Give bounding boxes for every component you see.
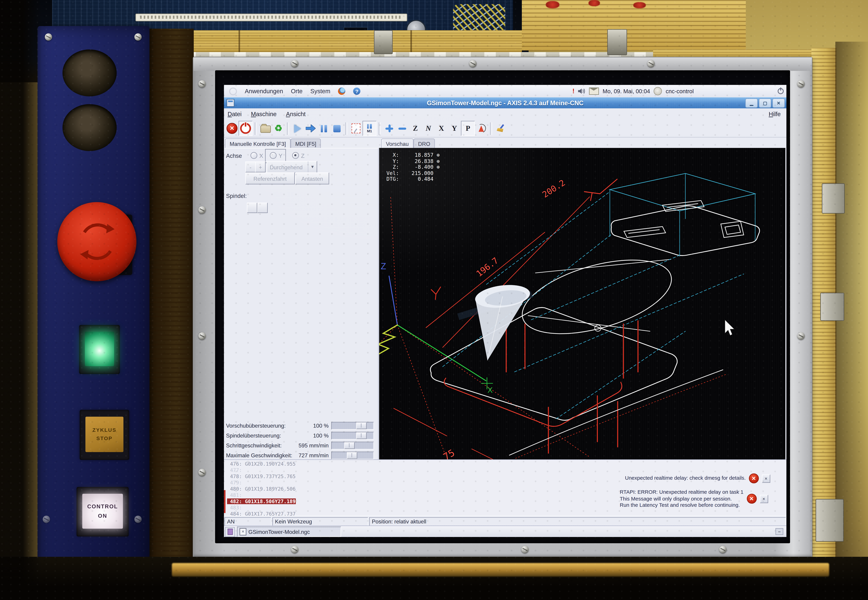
- slider-thumb[interactable]: [356, 423, 367, 429]
- menu-orte[interactable]: Orte: [291, 88, 303, 94]
- dismiss-notification-button[interactable]: ×: [760, 495, 768, 503]
- menu-anwendungen[interactable]: Anwendungen: [245, 88, 283, 94]
- view-perspective-button[interactable]: P: [461, 121, 475, 136]
- monitor-bezel: Anwendungen Orte System ? ! Mo, 09. Mai,…: [193, 57, 812, 558]
- notification-text: Unexpected realtime delay: check dmesg f…: [625, 475, 745, 482]
- reload-icon: ♻: [274, 124, 282, 133]
- operator-panel: ZYKLUS STOP CONTROL ON: [38, 26, 150, 590]
- dimension-label-75: 75: [441, 447, 457, 459]
- taskbar-window-button[interactable]: ✕ GSimonTower-Model.ngc: [237, 527, 341, 537]
- tab-manual-control[interactable]: Manuelle Kontrolle [F3]: [225, 139, 291, 148]
- jog-speed-dropdown[interactable]: Durchgehend▼: [267, 161, 317, 173]
- status-machine-power: AN: [224, 517, 271, 527]
- rotate-view-button[interactable]: [475, 121, 488, 135]
- mounting-bracket: [820, 293, 844, 321]
- bezel-screw: [647, 60, 654, 67]
- spindle-button-1[interactable]: [247, 203, 257, 213]
- home-axis-button[interactable]: Referenzfahrt: [245, 173, 295, 184]
- spindle-override-slider[interactable]: [331, 432, 374, 439]
- spindle-override-row: Spindelübersteuerung: 100 %: [224, 431, 378, 440]
- jog-plus-button[interactable]: +: [255, 161, 266, 173]
- slider-value: 595 mm/min: [298, 442, 329, 448]
- window-titlebar[interactable]: GSimonTower-Model.ngc - AXIS 2.4.3 auf M…: [224, 97, 786, 108]
- dro-readout: X: 18.857 ⊕ Y: 26.838 ⊕ Z: -8.400 ⊕Vel: …: [386, 152, 440, 182]
- zoom-in-button[interactable]: [383, 121, 396, 135]
- menu-datei[interactable]: Datei: [224, 110, 245, 118]
- max-velocity-slider[interactable]: [331, 452, 374, 459]
- menu-maschine[interactable]: Maschine: [247, 110, 280, 118]
- view-x-button[interactable]: X: [435, 121, 448, 135]
- red-marker: [546, 1, 559, 8]
- ram-slot: [135, 14, 407, 21]
- taskbar-tray-icon[interactable]: ▪▪: [776, 528, 783, 535]
- menu-hilfe[interactable]: Hilfe: [765, 110, 784, 118]
- clear-plot-button[interactable]: [494, 121, 507, 135]
- plywood-frame-left: [150, 29, 194, 561]
- view-y-button[interactable]: Y: [448, 121, 461, 135]
- axis-radio-y[interactable]: Y: [270, 152, 282, 159]
- green-indicator-button: [79, 325, 120, 374]
- feed-override-slider[interactable]: [331, 422, 374, 430]
- run-icon: [294, 124, 301, 133]
- view-z-button[interactable]: Z: [409, 121, 422, 135]
- control-on-button: CONTROL ON: [77, 487, 129, 536]
- maximize-button[interactable]: ▢: [759, 98, 771, 108]
- achse-label: Achse: [226, 153, 242, 159]
- slider-thumb[interactable]: [356, 432, 367, 439]
- jog-minus-button[interactable]: -: [245, 161, 256, 173]
- run-program-button[interactable]: [291, 121, 304, 135]
- menu-ansicht[interactable]: Ansicht: [282, 110, 309, 118]
- pause-button[interactable]: [317, 121, 330, 135]
- jog-speed-slider[interactable]: [331, 442, 374, 450]
- gnome-taskbar: ✕ GSimonTower-Model.ngc ▪▪: [224, 526, 786, 537]
- spindle-button-2[interactable]: [257, 203, 268, 213]
- run-step-button[interactable]: [304, 121, 317, 135]
- menu-system[interactable]: System: [311, 88, 330, 94]
- blend-icon: [351, 123, 361, 133]
- user-switcher-icon[interactable]: [654, 87, 662, 95]
- tab-mdi[interactable]: MDI [F5]: [291, 139, 321, 148]
- photo-scene: Anwendungen Orte System ? ! Mo, 09. Mai,…: [0, 0, 868, 600]
- estop-toggle-button[interactable]: ✕: [226, 121, 239, 135]
- minimize-button[interactable]: ▁: [745, 98, 758, 108]
- bezel-screw: [291, 60, 298, 67]
- statusbar: AN Kein Werkzeug Position: relativ aktue…: [224, 516, 786, 527]
- close-button[interactable]: ✕: [773, 98, 785, 108]
- dismiss-notification-button[interactable]: ×: [762, 474, 770, 483]
- panel-screw: [134, 516, 142, 523]
- mail-icon[interactable]: [589, 88, 599, 95]
- slider-label: Maximale Geschwindigkeit:: [226, 452, 292, 458]
- slider-thumb[interactable]: [347, 452, 357, 459]
- tab-vorschau[interactable]: Vorschau: [381, 139, 414, 148]
- zoom-out-button[interactable]: [396, 121, 409, 135]
- tab-dro[interactable]: DRO: [414, 139, 435, 148]
- cycle-stop-label: ZYKLUS STOP: [85, 417, 123, 452]
- stop-button[interactable]: [330, 121, 343, 135]
- firefox-icon[interactable]: [338, 88, 345, 95]
- pause-icon: [321, 125, 327, 132]
- show-desktop-button[interactable]: [225, 527, 235, 537]
- touch-off-button[interactable]: Antasten: [295, 173, 329, 184]
- axis-radio-x[interactable]: X: [250, 152, 263, 159]
- alert-tray-icon[interactable]: !: [573, 88, 574, 95]
- speaker-icon[interactable]: [578, 88, 585, 95]
- shutdown-icon[interactable]: [777, 87, 784, 94]
- bezel-screw: [719, 546, 727, 553]
- document-icon: ✕: [239, 528, 246, 535]
- username[interactable]: cnc-control: [666, 88, 694, 94]
- backplot-preview[interactable]: 200.2 196.7 75 Z X: [379, 148, 785, 459]
- axis-radio-z[interactable]: Z: [292, 152, 304, 159]
- clock[interactable]: Mo, 09. Mai, 00:04: [603, 88, 650, 94]
- machine-power-button[interactable]: [239, 121, 253, 136]
- open-file-button[interactable]: [259, 121, 272, 135]
- optional-stop-toggle[interactable]: M1: [362, 121, 377, 136]
- skip-block-toggle[interactable]: [350, 121, 362, 135]
- view-z-rotated-button[interactable]: N: [422, 121, 435, 135]
- notification-rtapi-error: RTAPI: ERROR: Unexpected realtime delay …: [620, 489, 786, 509]
- reload-button[interactable]: ♻: [272, 121, 285, 135]
- bezel-screw: [521, 546, 529, 553]
- help-icon[interactable]: ?: [353, 88, 361, 95]
- distro-icon[interactable]: [229, 87, 237, 95]
- slider-thumb[interactable]: [344, 442, 354, 449]
- estop-icon: ✕: [227, 123, 238, 134]
